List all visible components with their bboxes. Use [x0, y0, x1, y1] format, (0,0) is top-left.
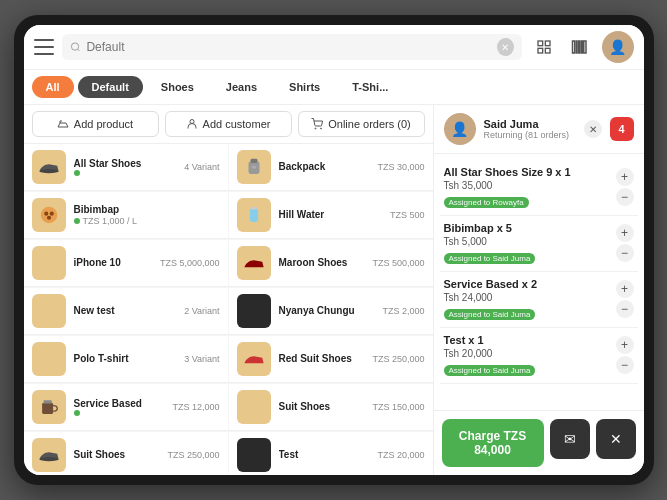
product-item[interactable]: Red Suit Shoes TZS 250,000 [229, 336, 433, 383]
tab-jeans[interactable]: Jeans [212, 76, 271, 98]
product-item[interactable]: Hill Water TZS 500 [229, 192, 433, 239]
svg-point-12 [315, 128, 316, 129]
product-name: iPhone 10 [74, 257, 152, 268]
product-item[interactable]: Maroon Shoes TZS 500,000 [229, 240, 433, 287]
product-price: TZS 2,000 [382, 306, 424, 316]
tablet-frame: ✕ 👤 [14, 15, 654, 485]
svg-rect-8 [578, 41, 580, 53]
product-status [74, 410, 165, 416]
charge-button[interactable]: Charge TZS 84,000 [442, 419, 544, 467]
product-name: Suit Shoes [279, 401, 365, 412]
product-item[interactable]: Suit Shoes TZS 250,000 [24, 432, 228, 475]
customer-subtitle: Returning (81 orders) [484, 130, 576, 140]
online-orders-label: Online orders (0) [328, 118, 411, 130]
product-item[interactable]: All Star Shoes 4 Variant [24, 144, 228, 191]
product-info: Maroon Shoes [279, 257, 365, 269]
svg-point-14 [39, 169, 58, 173]
product-name: Test [279, 449, 370, 460]
product-item[interactable]: iPhone 10 TZS 5,000,000 [24, 240, 228, 287]
product-status: TZS 1,000 / L [74, 216, 212, 226]
cart-item: Bibimbap x 5 Tsh 5,000 Assigned to Said … [440, 216, 638, 272]
cart-item-price: Tsh 35,000 [444, 180, 571, 191]
product-thumbnail [237, 342, 271, 376]
product-info: Bibimbap TZS 1,000 / L [74, 204, 212, 226]
svg-rect-24 [42, 403, 53, 414]
product-price: 2 Variant [184, 306, 219, 316]
product-item[interactable]: Suit Shoes TZS 150,000 [229, 384, 433, 431]
cart-item-name: Test x 1 [444, 334, 536, 346]
svg-point-20 [49, 212, 53, 216]
svg-point-21 [46, 216, 50, 220]
product-info: Suit Shoes [74, 449, 160, 461]
product-item[interactable]: Polo T-shirt 3 Variant [24, 336, 228, 383]
shoe-icon [57, 118, 69, 130]
cart-item-tag: Assigned to Said Juma [444, 309, 536, 320]
product-price: TZS 500 [390, 210, 425, 220]
cart-badge: 4 [610, 117, 634, 141]
tab-default[interactable]: Default [78, 76, 143, 98]
svg-rect-22 [249, 208, 257, 222]
left-panel: Add product Add customer Online ord [24, 105, 434, 475]
product-name: Service Based [74, 398, 165, 409]
add-product-button[interactable]: Add product [32, 111, 159, 137]
cancel-order-button[interactable]: ✕ [596, 419, 636, 459]
close-customer-button[interactable]: ✕ [584, 120, 602, 138]
tab-shirts[interactable]: Shirts [275, 76, 334, 98]
add-customer-button[interactable]: Add customer [165, 111, 292, 137]
customer-header: 👤 Said Juma Returning (81 orders) ✕ 4 [434, 105, 644, 154]
tab-all[interactable]: All [32, 76, 74, 98]
customer-info: Said Juma Returning (81 orders) [484, 118, 576, 140]
clear-search-button[interactable]: ✕ [497, 38, 513, 56]
product-info: Test [279, 449, 370, 461]
product-name: Backpack [279, 161, 370, 172]
product-item[interactable]: New test 2 Variant [24, 288, 228, 335]
tab-shoes[interactable]: Shoes [147, 76, 208, 98]
product-item[interactable]: Service Based TZS 12,000 [24, 384, 228, 431]
email-button[interactable]: ✉ [550, 419, 590, 459]
qty-decrease-button[interactable]: − [616, 188, 634, 206]
cart-item: Test x 1 Tsh 20,000 Assigned to Said Jum… [440, 328, 638, 384]
active-dot [74, 170, 80, 176]
hamburger-icon[interactable] [34, 37, 54, 57]
product-thumbnail [32, 198, 66, 232]
cart-item: Service Based x 2 Tsh 24,000 Assigned to… [440, 272, 638, 328]
qty-decrease-button[interactable]: − [616, 300, 634, 318]
search-input[interactable] [86, 40, 491, 54]
product-info: Hill Water [279, 209, 382, 221]
qty-increase-button[interactable]: + [616, 336, 634, 354]
cart-item-tag: Assigned to Rowayfa [444, 197, 529, 208]
svg-rect-2 [538, 41, 543, 46]
qty-decrease-button[interactable]: − [616, 356, 634, 374]
product-grid: All Star Shoes 4 Variant Backpack TZS 30… [24, 144, 433, 475]
product-thumbnail [237, 150, 271, 184]
product-item[interactable]: Bibimbap TZS 1,000 / L [24, 192, 228, 239]
user-avatar[interactable]: 👤 [602, 31, 634, 63]
grid-view-icon[interactable] [530, 33, 558, 61]
product-name: All Star Shoes [74, 158, 177, 169]
online-orders-button[interactable]: Online orders (0) [298, 111, 425, 137]
bottom-actions: Charge TZS 84,000 ✉ ✕ [434, 410, 644, 475]
cart-item-tag: Assigned to Said Juma [444, 253, 536, 264]
barcode-icon[interactable] [566, 33, 594, 61]
product-name: Red Suit Shoes [279, 353, 365, 364]
product-item[interactable]: Nyanya Chungu TZS 2,000 [229, 288, 433, 335]
product-price: 3 Variant [184, 354, 219, 364]
product-item[interactable]: Test TZS 20,000 [229, 432, 433, 475]
product-name: Hill Water [279, 209, 382, 220]
svg-rect-6 [572, 41, 574, 53]
cancel-icon: ✕ [610, 431, 622, 447]
qty-increase-button[interactable]: + [616, 280, 634, 298]
product-thumbnail [32, 150, 66, 184]
tab-tshirts[interactable]: T-Shi... [338, 76, 402, 98]
header: ✕ 👤 [24, 25, 644, 70]
qty-increase-button[interactable]: + [616, 224, 634, 242]
product-item[interactable]: Backpack TZS 30,000 [229, 144, 433, 191]
product-info: Service Based [74, 398, 165, 416]
product-name: New test [74, 305, 177, 316]
qty-decrease-button[interactable]: − [616, 244, 634, 262]
qty-increase-button[interactable]: + [616, 168, 634, 186]
product-sub: TZS 1,000 / L [83, 216, 138, 226]
cart-item-name: Service Based x 2 [444, 278, 538, 290]
search-icon [70, 41, 81, 53]
cart-item-price: Tsh 5,000 [444, 236, 536, 247]
